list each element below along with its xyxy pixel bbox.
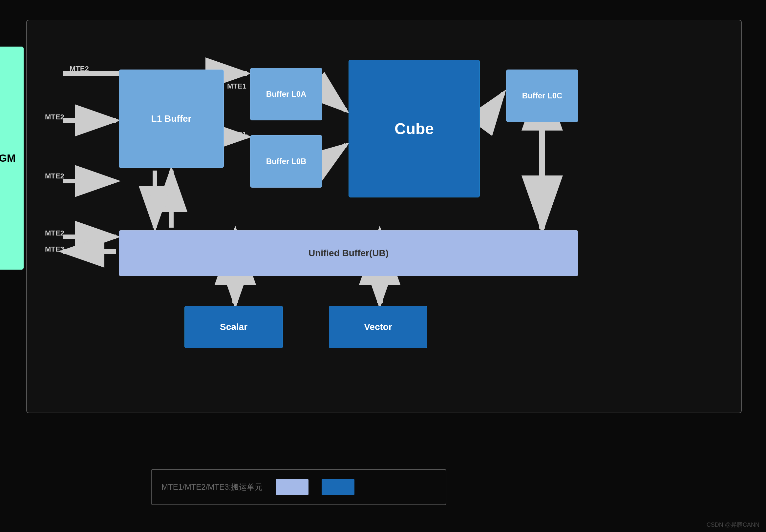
mte2-third-label: MTE2 bbox=[45, 172, 64, 180]
buffer-l0c-block: Buffer L0C bbox=[506, 70, 578, 122]
watermark: CSDN @昇腾CANN bbox=[707, 521, 759, 529]
legend-swatch-light bbox=[276, 479, 308, 495]
legend-text: MTE1/MTE2/MTE3:搬运单元 bbox=[161, 482, 262, 492]
scalar-label: Scalar bbox=[220, 322, 247, 332]
buffer-l0c-label: Buffer L0C bbox=[522, 91, 563, 100]
legend-box: MTE1/MTE2/MTE3:搬运单元 bbox=[151, 469, 446, 505]
cube-block: Cube bbox=[348, 60, 480, 197]
mte3-vert-label: MTE3 bbox=[163, 194, 170, 210]
svg-line-9 bbox=[325, 145, 346, 160]
mte1-l0a-label: MTE1 bbox=[227, 82, 246, 91]
mte2-ub-label: MTE2 bbox=[45, 229, 64, 237]
svg-line-10 bbox=[483, 93, 504, 122]
l1-buffer-block: L1 Buffer bbox=[119, 70, 224, 168]
vector-block: Vector bbox=[329, 306, 427, 348]
scalar-block: Scalar bbox=[184, 306, 283, 348]
l1-buffer-label: L1 Buffer bbox=[151, 113, 192, 124]
unified-buffer-label: Unified Buffer(UB) bbox=[308, 248, 389, 258]
buffer-l0b-label: Buffer L0B bbox=[266, 157, 306, 166]
mte3-ub-label: MTE3 bbox=[45, 245, 64, 254]
mte1-vert-label: MTE1 bbox=[147, 194, 154, 210]
svg-line-8 bbox=[325, 93, 346, 111]
buffer-l0a-label: Buffer L0A bbox=[266, 90, 306, 99]
cube-label: Cube bbox=[395, 120, 434, 138]
diagram-area: GM bbox=[26, 20, 742, 413]
buffer-l0b-block: Buffer L0B bbox=[250, 135, 322, 188]
gm-block: GM bbox=[0, 47, 24, 270]
mte1-l0b-label: MTE1 bbox=[227, 130, 246, 139]
buffer-l0a-block: Buffer L0A bbox=[250, 68, 322, 120]
mte2-mid-label: MTE2 bbox=[45, 113, 64, 121]
main-container: GM bbox=[20, 20, 746, 512]
unified-buffer-block: Unified Buffer(UB) bbox=[119, 230, 578, 276]
mte2-top-label: MTE2 bbox=[70, 65, 89, 73]
gm-label: GM bbox=[0, 152, 16, 164]
legend-swatch-dark bbox=[321, 479, 354, 495]
vector-label: Vector bbox=[364, 322, 392, 332]
